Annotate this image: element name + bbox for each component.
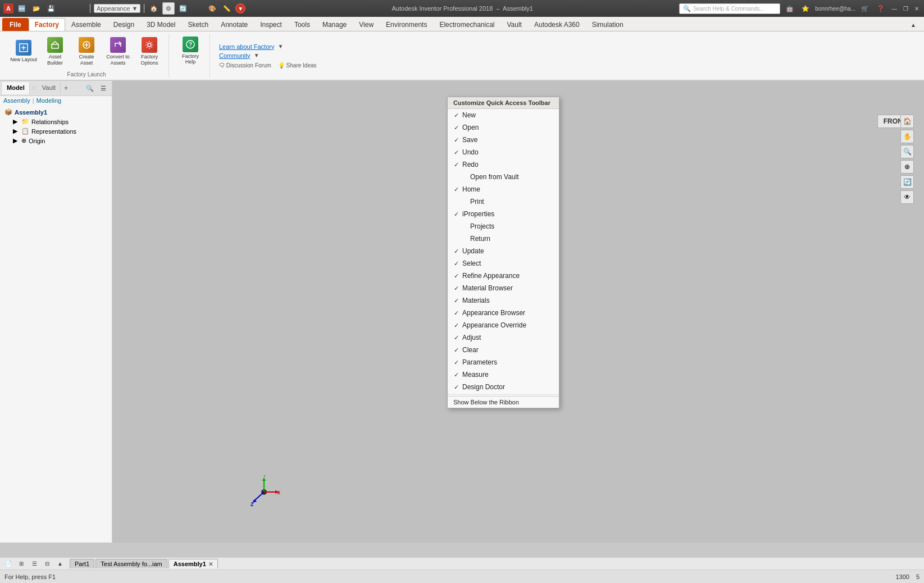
- menu-item-open-vault[interactable]: Open from Vault: [448, 171, 559, 183]
- check-clear: ✓: [452, 347, 460, 354]
- menu-item-material-browser[interactable]: ✓ Material Browser: [448, 282, 559, 294]
- menu-item-select[interactable]: ✓ Select: [448, 257, 559, 270]
- menu-item-update[interactable]: ✓ Update: [448, 245, 559, 257]
- check-new: ✓: [452, 112, 460, 119]
- label-undo: Undo: [462, 148, 553, 156]
- check-redo: ✓: [452, 161, 460, 168]
- check-measure: ✓: [452, 371, 460, 379]
- menu-header: Customize Quick Access Toolbar: [448, 97, 559, 109]
- label-design-doctor: Design Doctor: [462, 383, 553, 391]
- menu-item-appearance-browser[interactable]: ✓ Appearance Browser: [448, 307, 559, 319]
- menu-item-save[interactable]: ✓ Save: [448, 134, 559, 146]
- menu-item-open[interactable]: ✓ Open: [448, 121, 559, 134]
- menu-item-projects[interactable]: Projects: [448, 220, 559, 233]
- check-material-browser: ✓: [452, 285, 460, 292]
- menu-item-materials[interactable]: ✓ Materials: [448, 294, 559, 307]
- label-open: Open: [462, 124, 553, 131]
- label-redo: Redo: [462, 161, 553, 168]
- label-clear: Clear: [462, 346, 553, 354]
- check-return: [460, 235, 468, 242]
- check-projects: [460, 223, 468, 230]
- label-new: New: [462, 111, 553, 119]
- label-save: Save: [462, 136, 553, 144]
- menu-item-parameters[interactable]: ✓ Parameters: [448, 356, 559, 368]
- menu-item-redo[interactable]: ✓ Redo: [448, 158, 559, 171]
- menu-item-refine-appearance[interactable]: ✓ Refine Appearance: [448, 270, 559, 282]
- customize-qat-menu: Customize Quick Access Toolbar ✓ New ✓ O…: [447, 97, 559, 408]
- label-appearance-override: Appearance Override: [462, 321, 553, 329]
- check-save: ✓: [452, 136, 460, 144]
- menu-item-measure[interactable]: ✓ Measure: [448, 368, 559, 381]
- menu-item-undo[interactable]: ✓ Undo: [448, 146, 559, 158]
- check-open: ✓: [452, 124, 460, 131]
- check-iproperties: ✓: [452, 211, 460, 218]
- label-materials: Materials: [462, 297, 553, 304]
- label-parameters: Parameters: [462, 358, 553, 366]
- check-materials: ✓: [452, 297, 460, 304]
- check-adjust: ✓: [452, 334, 460, 341]
- check-parameters: ✓: [452, 359, 460, 366]
- check-print: [460, 198, 468, 205]
- label-projects: Projects: [470, 222, 553, 230]
- label-home: Home: [462, 185, 553, 193]
- label-adjust: Adjust: [462, 334, 553, 341]
- label-refine-appearance: Refine Appearance: [462, 272, 553, 280]
- menu-item-iproperties[interactable]: ✓ iProperties: [448, 208, 559, 220]
- menu-item-return[interactable]: Return: [448, 233, 559, 245]
- label-measure: Measure: [462, 371, 553, 379]
- check-design-doctor: ✓: [452, 384, 460, 391]
- main-layout: Model ✕ Vault + 🔍 ☰ Assembly | Modeling …: [0, 81, 924, 543]
- check-select: ✓: [452, 260, 460, 267]
- menu-item-appearance-override[interactable]: ✓ Appearance Override: [448, 319, 559, 331]
- check-home: ✓: [452, 186, 460, 193]
- check-appearance-override: ✓: [452, 322, 460, 329]
- menu-item-show-below-ribbon[interactable]: Show Below the Ribbon: [448, 396, 559, 408]
- menu-item-clear[interactable]: ✓ Clear: [448, 344, 559, 356]
- check-update: ✓: [452, 248, 460, 255]
- check-open-vault: [460, 174, 468, 180]
- check-appearance-browser: ✓: [452, 309, 460, 317]
- menu-item-print[interactable]: Print: [448, 195, 559, 208]
- label-open-vault: Open from Vault: [470, 173, 553, 181]
- viewport[interactable]: FRONT 🏠 ✋ 🔍 ⊕ 🔄 👁 X: [112, 81, 924, 543]
- label-update: Update: [462, 247, 553, 255]
- menu-separator-bottom: [448, 394, 559, 395]
- menu-item-adjust[interactable]: ✓ Adjust: [448, 331, 559, 344]
- label-select: Select: [462, 259, 553, 267]
- label-iproperties: iProperties: [462, 210, 553, 218]
- menu-item-home[interactable]: ✓ Home: [448, 183, 559, 195]
- check-refine-appearance: ✓: [452, 272, 460, 280]
- label-return: Return: [470, 235, 553, 243]
- label-print: Print: [470, 198, 553, 206]
- label-appearance-browser: Appearance Browser: [462, 309, 553, 317]
- menu-item-new[interactable]: ✓ New: [448, 109, 559, 121]
- label-material-browser: Material Browser: [462, 284, 553, 292]
- menu-item-design-doctor[interactable]: ✓ Design Doctor: [448, 381, 559, 393]
- check-undo: ✓: [452, 149, 460, 156]
